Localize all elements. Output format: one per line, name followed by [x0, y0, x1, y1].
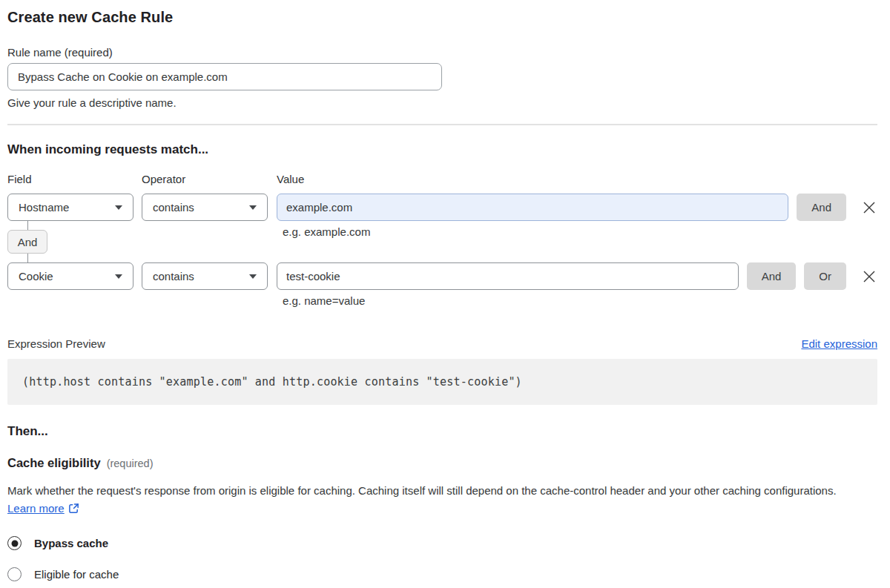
value-input-row2[interactable] [277, 262, 739, 290]
close-icon [862, 200, 877, 215]
chevron-down-icon [249, 205, 257, 210]
value-input-row1[interactable] [277, 194, 788, 221]
operator-select-row1-value: contains [153, 201, 194, 214]
close-icon [862, 269, 877, 284]
field-column-label: Field [7, 173, 142, 185]
cache-eligibility-heading: Cache eligibility (required) [7, 456, 877, 470]
expression-code: (http.host contains "example.com" and ht… [22, 375, 522, 389]
connector-column: And [7, 221, 134, 262]
chevron-down-icon [249, 274, 257, 279]
or-button-row2[interactable]: Or [804, 262, 846, 290]
cache-eligibility-description: Mark whether the request's response from… [7, 482, 868, 519]
field-select-row1[interactable]: Hostname [7, 194, 134, 221]
create-cache-rule-form: Create new Cache Rule Rule name (require… [0, 0, 890, 581]
chevron-down-icon [115, 205, 122, 210]
field-select-row2[interactable]: Cookie [7, 262, 134, 290]
field-select-row2-value: Cookie [19, 270, 53, 283]
expression-preview-label: Expression Preview [7, 337, 105, 350]
expression-code-block: (http.host contains "example.com" and ht… [7, 359, 877, 405]
value-column-label: Value [277, 173, 304, 185]
remove-row1-button[interactable] [861, 199, 877, 216]
connector-line-bottom [27, 254, 28, 262]
radio-eligible-for-cache[interactable]: Eligible for cache [7, 567, 877, 581]
radio-selected-icon [7, 536, 22, 550]
section-divider [7, 124, 877, 125]
operator-select-row1[interactable]: contains [142, 194, 268, 221]
radio-bypass-cache-label: Bypass cache [34, 537, 108, 549]
match-column-labels: Field Operator Value [7, 173, 877, 185]
rule-name-label: Rule name (required) [7, 46, 877, 59]
connector-line-top [27, 221, 28, 230]
then-heading: Then... [7, 424, 877, 439]
match-heading: When incoming requests match... [7, 142, 877, 157]
radio-eligible-for-cache-label: Eligible for cache [34, 568, 119, 581]
field-select-row1-value: Hostname [19, 201, 69, 214]
match-row-1: Hostname contains And [7, 194, 877, 221]
edit-expression-link[interactable]: Edit expression [801, 337, 877, 350]
operator-column-label: Operator [142, 173, 277, 185]
and-button-row1[interactable]: And [797, 194, 846, 221]
radio-bypass-cache[interactable]: Bypass cache [7, 536, 877, 550]
operator-select-row2[interactable]: contains [142, 262, 268, 290]
and-connector-badge[interactable]: And [7, 230, 47, 254]
value-hint-row2: e.g. name=value [283, 294, 877, 307]
rule-name-helper: Give your rule a descriptive name. [7, 96, 877, 109]
value-hint-row1: e.g. example.com [283, 225, 370, 238]
operator-select-row2-value: contains [153, 270, 194, 283]
radio-unselected-icon [7, 567, 22, 581]
description-text: Mark whether the request's response from… [7, 484, 837, 497]
page-title: Create new Cache Rule [7, 9, 877, 26]
connector-row: And e.g. example.com [7, 221, 877, 262]
rule-name-input[interactable] [7, 63, 442, 90]
and-button-row2[interactable]: And [747, 262, 797, 290]
match-row-2: Cookie contains And Or [7, 262, 877, 290]
cache-eligibility-title: Cache eligibility [7, 456, 101, 470]
required-note: (required) [107, 457, 154, 469]
learn-more-link[interactable]: Learn more [7, 502, 65, 515]
expression-header: Expression Preview Edit expression [7, 337, 877, 350]
external-link-icon [68, 501, 79, 519]
chevron-down-icon [115, 274, 122, 279]
remove-row2-button[interactable] [861, 268, 877, 285]
